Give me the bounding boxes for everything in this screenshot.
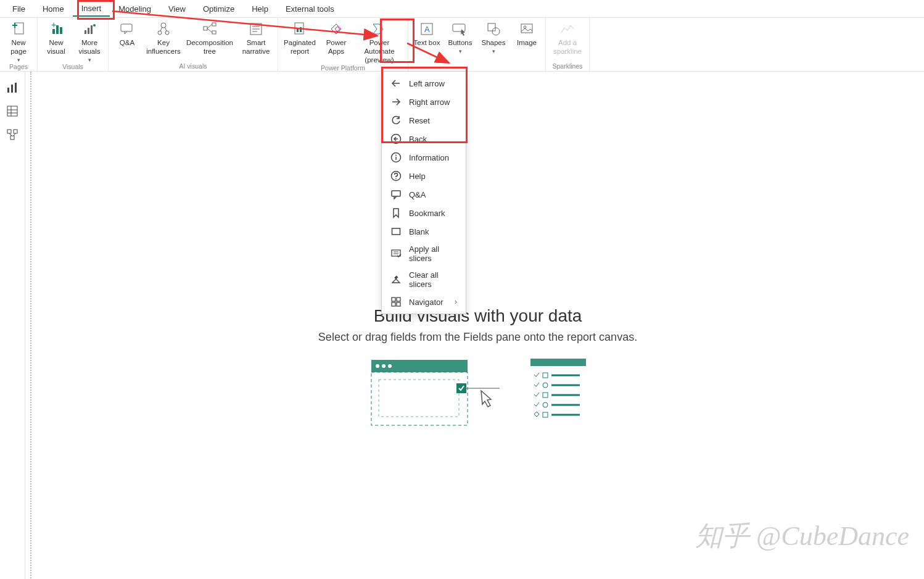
dropdown-reset[interactable]: Reset xyxy=(382,111,466,130)
svg-point-13 xyxy=(158,31,162,35)
svg-rect-5 xyxy=(60,27,62,34)
power-apps-label: Power Apps xyxy=(321,39,351,56)
report-canvas[interactable]: Build visuals with your data Select or d… xyxy=(30,72,924,579)
text-box-label: Text box xyxy=(414,39,440,48)
placeholder-subtitle: Select or drag fields from the Fields pa… xyxy=(200,331,756,344)
canvas-placeholder: Build visuals with your data Select or d… xyxy=(200,306,756,451)
dropdown-right-arrow[interactable]: Right arrow xyxy=(382,93,466,111)
svg-text:A: A xyxy=(424,25,430,34)
key-influencers-icon xyxy=(155,20,172,38)
power-apps-button[interactable]: Power Apps xyxy=(321,19,351,56)
svg-rect-9 xyxy=(91,25,93,34)
svg-rect-27 xyxy=(297,29,299,32)
dropdown-clear-all-slicers[interactable]: Clear all slicers xyxy=(382,267,466,293)
buttons-button[interactable]: Buttons▾ xyxy=(445,19,475,55)
new-visual-label: New visual xyxy=(41,39,71,56)
new-visual-button[interactable]: + New visual xyxy=(41,19,71,56)
shapes-label: Shapes xyxy=(481,39,505,48)
power-automate-button[interactable]: Power Automate (preview) xyxy=(355,19,404,64)
ribbon-group-power-platform: Paginated report Power Apps Power Automa… xyxy=(278,18,408,71)
add-sparkline-label: Add a sparkline xyxy=(550,39,585,56)
svg-rect-8 xyxy=(88,28,89,34)
svg-point-50 xyxy=(382,364,386,368)
ribbon-group-pages: New page▾ Pages xyxy=(0,18,38,71)
svg-rect-78 xyxy=(392,250,400,256)
tab-modeling[interactable]: Modeling xyxy=(110,2,160,16)
svg-rect-52 xyxy=(371,372,468,425)
svg-point-12 xyxy=(161,23,166,28)
navigator-icon xyxy=(390,296,402,307)
tab-help[interactable]: Help xyxy=(243,2,277,16)
svg-rect-48 xyxy=(371,360,468,372)
buttons-dropdown: Left arrow Right arrow Reset Back Inform… xyxy=(381,71,466,314)
dropdown-blank-label: Blank xyxy=(409,227,429,236)
ribbon-group-sparklines: Add a sparkline Sparklines xyxy=(546,18,590,71)
dropdown-back-label: Back xyxy=(409,135,427,144)
power-automate-label: Power Automate (preview) xyxy=(355,39,404,64)
tab-view[interactable]: View xyxy=(160,2,194,16)
help-icon xyxy=(390,170,402,181)
dropdown-left-arrow[interactable]: Left arrow xyxy=(382,74,466,93)
power-automate-icon xyxy=(371,20,388,38)
svg-point-14 xyxy=(165,31,169,35)
smart-narrative-label: Smart narrative xyxy=(238,39,274,56)
qna-label: Q&A xyxy=(120,39,134,48)
decomposition-tree-button[interactable]: Decomposition tree xyxy=(185,19,234,56)
svg-rect-19 xyxy=(212,31,216,34)
svg-rect-7 xyxy=(85,30,86,34)
tab-file[interactable]: File xyxy=(4,2,34,16)
paginated-report-button[interactable]: Paginated report xyxy=(282,19,318,56)
dropdown-help[interactable]: Help xyxy=(382,167,466,185)
svg-rect-39 xyxy=(7,106,17,116)
shapes-button[interactable]: Shapes▾ xyxy=(479,19,508,55)
left-view-bar xyxy=(0,72,25,579)
svg-rect-76 xyxy=(392,191,400,196)
chevron-down-icon: ▾ xyxy=(17,57,20,64)
illustration-drag-icon xyxy=(456,383,518,451)
new-page-button[interactable]: New page▾ xyxy=(4,19,33,63)
data-view-icon[interactable] xyxy=(6,105,19,117)
paginated-report-icon xyxy=(291,20,308,38)
chat-icon xyxy=(390,189,402,200)
image-button[interactable]: Image xyxy=(512,19,542,48)
right-arrow-icon xyxy=(390,96,402,107)
model-view-icon[interactable] xyxy=(6,128,19,141)
key-influencers-button[interactable]: Key influencers xyxy=(146,19,181,56)
chevron-right-icon: › xyxy=(455,298,457,306)
report-view-icon[interactable] xyxy=(6,81,19,94)
menu-tabs: File Home Insert Modeling View Optimize … xyxy=(0,0,924,18)
tab-optimize[interactable]: Optimize xyxy=(194,2,243,16)
dropdown-navigator[interactable]: Navigator› xyxy=(382,293,466,311)
dropdown-help-label: Help xyxy=(409,172,426,181)
buttons-label: Buttons xyxy=(448,39,472,48)
more-visuals-button[interactable]: More visuals▾ xyxy=(75,19,104,63)
svg-rect-36 xyxy=(7,88,9,93)
dropdown-information[interactable]: Information xyxy=(382,148,466,167)
svg-point-59 xyxy=(543,383,548,388)
svg-point-33 xyxy=(492,28,500,35)
dropdown-back[interactable]: Back xyxy=(382,130,466,148)
text-box-button[interactable]: A Text box xyxy=(412,19,442,48)
decomposition-tree-label: Decomposition tree xyxy=(185,39,234,56)
svg-rect-44 xyxy=(14,130,17,133)
dropdown-apply-all-slicers[interactable]: Apply all slicers xyxy=(382,241,466,267)
qna-button[interactable]: Q&A xyxy=(112,19,142,48)
svg-rect-85 xyxy=(397,302,400,306)
svg-point-49 xyxy=(376,364,379,368)
tab-external-tools[interactable]: External tools xyxy=(277,2,343,16)
smart-narrative-button[interactable]: Smart narrative xyxy=(238,19,274,56)
bookmark-icon xyxy=(390,207,402,219)
svg-line-47 xyxy=(14,133,15,136)
svg-line-15 xyxy=(160,27,162,31)
dropdown-blank[interactable]: Blank xyxy=(382,222,466,241)
svg-rect-3 xyxy=(52,29,55,34)
dropdown-qna[interactable]: Q&A xyxy=(382,185,466,204)
dropdown-navigator-label: Navigator xyxy=(409,298,443,307)
new-visual-icon: + xyxy=(47,20,65,38)
group-label-elements xyxy=(476,62,478,71)
paginated-report-label: Paginated report xyxy=(282,39,318,56)
key-influencers-label: Key influencers xyxy=(146,39,181,56)
tab-insert[interactable]: Insert xyxy=(73,1,110,17)
dropdown-bookmark[interactable]: Bookmark xyxy=(382,204,466,222)
tab-home[interactable]: Home xyxy=(34,2,73,16)
